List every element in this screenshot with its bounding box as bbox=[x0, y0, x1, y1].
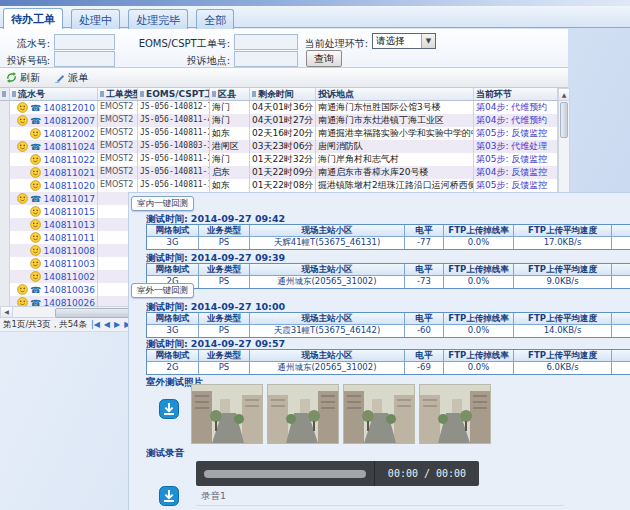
header-selector-column[interactable] bbox=[0, 88, 10, 100]
next-page-icon[interactable]: ▶ bbox=[114, 320, 120, 329]
header-complaint-location[interactable]: 投诉地点 bbox=[316, 88, 474, 100]
row-selector[interactable] bbox=[0, 218, 10, 231]
header-label: EOMS/CSPT工单号 bbox=[146, 88, 210, 100]
row-selector[interactable] bbox=[0, 153, 10, 166]
header-serial[interactable]: 流水号 bbox=[10, 88, 98, 100]
row-selector[interactable] bbox=[0, 166, 10, 179]
row-selector[interactable] bbox=[0, 231, 10, 244]
prev-page-icon[interactable]: ◀ bbox=[104, 320, 110, 329]
county: 如东 bbox=[210, 179, 250, 192]
tab-completed[interactable]: 处理完毕 bbox=[128, 9, 188, 30]
row-selector[interactable] bbox=[0, 270, 10, 283]
first-page-icon[interactable]: |◀ bbox=[91, 320, 100, 329]
current-step-link[interactable]: 第04步: 代维预约 bbox=[474, 101, 558, 114]
row-selector[interactable] bbox=[0, 101, 10, 114]
row-selector[interactable] bbox=[0, 114, 10, 127]
tab-processing[interactable]: 处理中 bbox=[71, 9, 120, 30]
table-row[interactable]: ☎140812007 EMOST2 JS-056-140811-422 海门 0… bbox=[0, 114, 558, 127]
table-row[interactable]: 140812002 EMOST2 JS-056-140811-291 如东 02… bbox=[0, 127, 558, 140]
service-type: PS bbox=[199, 325, 250, 337]
row-selector[interactable] bbox=[0, 192, 10, 205]
tab-all[interactable]: 全部 bbox=[196, 9, 234, 30]
workorder-link[interactable]: 140811003 bbox=[43, 258, 95, 270]
row-selector[interactable] bbox=[0, 205, 10, 218]
row-selector[interactable] bbox=[0, 127, 10, 140]
header-current-step[interactable]: 当前环节 bbox=[474, 88, 558, 100]
outdoor-test-button[interactable]: 室外一键回测 bbox=[131, 283, 194, 298]
workorder-link[interactable]: 140812010 bbox=[43, 102, 95, 114]
workorder-link[interactable]: 140811008 bbox=[43, 245, 95, 257]
test-table: 网络制式 业务类型 现场主站小区 电平 FTP上传掉线率 FTP上传平均速度 F… bbox=[146, 263, 630, 289]
dispatch-button[interactable]: 派单 bbox=[54, 71, 88, 85]
header-ftp-drop-rate: FTP上传掉线率 bbox=[444, 264, 514, 276]
header-order-type[interactable]: 工单类型 bbox=[98, 88, 138, 100]
county: 如东 bbox=[210, 127, 250, 140]
table-row[interactable]: ☎140812010 EMOST2 JS-056-140812-7 海门 04天… bbox=[0, 101, 558, 114]
workorder-link[interactable]: 140812002 bbox=[43, 128, 95, 140]
header-ftp-avg-speed: FTP上传平均速度 bbox=[514, 350, 612, 362]
scroll-left-icon[interactable]: ◀ bbox=[1, 307, 13, 317]
table-row[interactable]: 140811021 EMOST2 JS-056-140811-150 启东 01… bbox=[0, 166, 558, 179]
test-table-header: 网络制式 业务类型 现场主站小区 电平 FTP上传掉线率 FTP上传平均速度 F… bbox=[147, 313, 630, 325]
workorder-link[interactable]: 140811011 bbox=[43, 232, 95, 244]
tab-pending-orders[interactable]: 待办工单 bbox=[3, 8, 63, 30]
row-selector[interactable] bbox=[0, 296, 10, 306]
workorder-link[interactable]: 140811024 bbox=[43, 141, 95, 153]
audio-player[interactable]: 00:00 / 00:00 bbox=[196, 461, 479, 486]
phone-label: 投诉号码: bbox=[4, 54, 50, 68]
table-row[interactable]: 140811020 EMOST2 JS-056-140811-160 如东 01… bbox=[0, 179, 558, 192]
current-step-link[interactable]: 第05步: 反馈监控 bbox=[474, 153, 558, 166]
current-step-link[interactable]: 第04步: 反馈监控 bbox=[474, 166, 558, 179]
current-step-link[interactable]: 第04步: 代维预约 bbox=[474, 114, 558, 127]
outdoor-photo[interactable] bbox=[191, 384, 263, 444]
workorder-link[interactable]: 140811022 bbox=[43, 154, 95, 166]
header-network-mode: 网络制式 bbox=[147, 350, 199, 362]
table-row[interactable]: ☎140811024 EMOST2 JS-056-140803-344 港闸区 … bbox=[0, 140, 558, 153]
workorder-link[interactable]: 140811021 bbox=[43, 167, 95, 179]
header-service-type: 业务类型 bbox=[199, 264, 250, 276]
current-step-link[interactable]: 第05步: 反馈监控 bbox=[474, 179, 558, 192]
order-type: EMOST2 bbox=[98, 153, 138, 166]
header-service-type: 业务类型 bbox=[199, 225, 250, 237]
header-eoms-number[interactable]: EOMS/CSPT工单号 bbox=[138, 88, 210, 100]
outdoor-photo[interactable] bbox=[419, 384, 491, 444]
step-select[interactable]: 请选择 ▼ bbox=[372, 33, 436, 49]
complaint-location: 南通掘港幸福路实验小学和实验中学的中间（老教... bbox=[316, 127, 474, 140]
query-button[interactable]: 查询 bbox=[306, 50, 342, 67]
current-step-link[interactable]: 第05步: 反馈监控 bbox=[474, 127, 558, 140]
outdoor-photo[interactable] bbox=[343, 384, 415, 444]
row-selector[interactable] bbox=[0, 244, 10, 257]
download-icon[interactable] bbox=[159, 399, 179, 419]
header-remaining-time[interactable]: 剩余时间 bbox=[250, 88, 316, 100]
outdoor-photo[interactable] bbox=[267, 384, 339, 444]
column-icon bbox=[2, 91, 6, 97]
indoor-test-button[interactable]: 室内一键回测 bbox=[131, 196, 194, 211]
location-input[interactable] bbox=[234, 51, 298, 67]
eoms-input[interactable] bbox=[234, 34, 298, 50]
scroll-up-icon[interactable]: ▲ bbox=[559, 89, 569, 101]
phone-input[interactable] bbox=[54, 51, 115, 67]
audio-progress-bar[interactable] bbox=[204, 470, 366, 478]
workorder-link[interactable]: 140811020 bbox=[43, 180, 95, 192]
table-row[interactable]: 140811022 EMOST2 JS-056-140811-248 海门 01… bbox=[0, 153, 558, 166]
workorder-link[interactable]: 140811015 bbox=[43, 206, 95, 218]
vertical-scroll-thumb[interactable] bbox=[560, 102, 568, 138]
workorder-link[interactable]: 140811013 bbox=[43, 219, 95, 231]
workorder-link[interactable]: 140812007 bbox=[43, 115, 95, 127]
workorder-link[interactable]: 140811002 bbox=[43, 271, 95, 283]
row-selector[interactable] bbox=[0, 257, 10, 270]
row-selector[interactable] bbox=[0, 140, 10, 153]
download-icon[interactable] bbox=[159, 486, 179, 506]
current-step-link[interactable]: 第03步: 代维处理 bbox=[474, 140, 558, 153]
workorder-link[interactable]: 140810026 bbox=[43, 297, 95, 307]
serial-input[interactable] bbox=[54, 34, 115, 50]
row-selector[interactable] bbox=[0, 179, 10, 192]
refresh-button[interactable]: 刷新 bbox=[6, 71, 40, 85]
header-county[interactable]: 区县 bbox=[210, 88, 250, 100]
workorder-link[interactable]: 140810036 bbox=[43, 284, 95, 296]
test-time-value: 2014-09-27 09:57 bbox=[191, 338, 285, 349]
row-selector[interactable] bbox=[0, 283, 10, 296]
workorder-link[interactable]: 140811017 bbox=[43, 193, 95, 205]
complaint-location: 海门岸角村和志气村 bbox=[316, 153, 474, 166]
eoms-number: JS-056-140803-344 bbox=[138, 140, 210, 153]
